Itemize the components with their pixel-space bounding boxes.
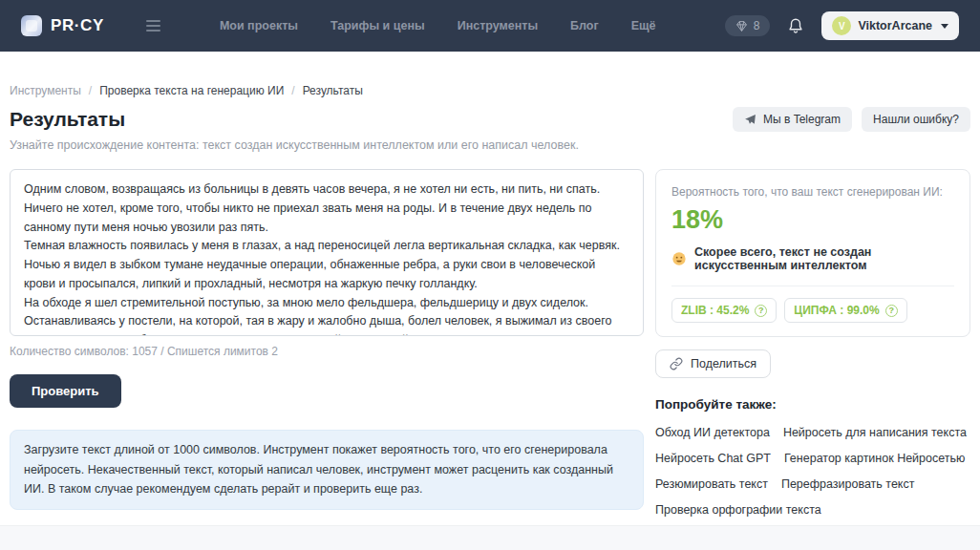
- link-summarize-text[interactable]: Резюмировать текст: [655, 477, 768, 491]
- verdict-row: Скорее всего, текст не создан искусствен…: [671, 245, 954, 272]
- link-chat-gpt[interactable]: Нейросеть Chat GPT: [655, 452, 771, 465]
- gems-count: 8: [754, 19, 760, 32]
- brand-logo-icon: [21, 15, 42, 36]
- chevron-down-icon: [941, 24, 948, 29]
- char-counter: Количество символов: 1057 / Спишется лим…: [10, 345, 644, 358]
- telegram-button[interactable]: Мы в Telegram: [733, 107, 852, 132]
- question-circle-icon[interactable]: ?: [885, 305, 898, 317]
- nav-item-pricing[interactable]: Тарифы и цены: [330, 19, 425, 32]
- share-button[interactable]: Поделиться: [655, 349, 771, 378]
- link-paraphrase-text[interactable]: Перефразировать текст: [781, 477, 915, 491]
- paper-plane-icon: [744, 114, 756, 126]
- breadcrumb-tools[interactable]: Инструменты: [10, 84, 81, 97]
- link-icon: [670, 357, 683, 370]
- top-nav: PR·CY Мои проекты Тарифы и цены Инструме…: [0, 0, 980, 52]
- verdict-text: Скорее всего, текст не создан искусствен…: [694, 245, 954, 272]
- left-column: Одним словом, возвращаясь из больницы в …: [10, 169, 644, 510]
- result-card: Вероятность того, что ваш текст сгенерир…: [655, 169, 970, 337]
- link-ai-detector-bypass[interactable]: Обход ИИ детектора: [655, 426, 770, 439]
- info-notice: Загрузите текст длиной от 1000 символов.…: [10, 430, 644, 510]
- try-also-heading: Попробуйте также:: [655, 397, 970, 412]
- smiley-icon: [671, 251, 687, 266]
- diamond-icon: [735, 20, 748, 32]
- title-actions: Мы в Telegram Нашли ошибку?: [733, 107, 970, 132]
- nav-item-blog[interactable]: Блог: [570, 19, 599, 32]
- nav-links: Мои проекты Тарифы и цены Инструменты Бл…: [220, 19, 656, 32]
- probability-value: 18%: [671, 205, 954, 235]
- link-ai-text-writer[interactable]: Нейросеть для написания текста: [783, 426, 967, 439]
- user-name: ViktorArcane: [858, 19, 932, 32]
- brand-name: PR·CY: [51, 16, 104, 35]
- breadcrumb-ai-check[interactable]: Проверка текста на генерацию ИИ: [99, 84, 284, 97]
- question-circle-icon[interactable]: ?: [755, 305, 767, 317]
- footer-strip: [0, 525, 980, 550]
- hamburger-menu-icon[interactable]: [146, 20, 160, 32]
- metrics-row: ZLIB : 45.2% ? ЦИПФА : 99.0% ?: [656, 286, 969, 336]
- breadcrumb-results: Результаты: [303, 84, 363, 97]
- nav-item-tools[interactable]: Инструменты: [458, 19, 538, 32]
- metric-cipfa[interactable]: ЦИПФА : 99.0% ?: [784, 298, 906, 323]
- gems-balance[interactable]: 8: [725, 15, 771, 36]
- check-button[interactable]: Проверить: [10, 374, 121, 408]
- main-content: Одним словом, возвращаясь из больницы в …: [10, 169, 970, 517]
- try-also-links: Обход ИИ детектора Нейросеть для написан…: [655, 426, 970, 517]
- report-error-button[interactable]: Нашли ошибку?: [862, 107, 970, 132]
- avatar: V: [832, 16, 851, 35]
- nav-right-group: 8 V ViktorArcane: [725, 11, 959, 40]
- user-menu[interactable]: V ViktorArcane: [821, 11, 959, 40]
- title-row: Результаты Мы в Telegram Нашли ошибку?: [10, 107, 970, 132]
- brand-logo[interactable]: PR·CY: [21, 15, 104, 36]
- nav-item-more[interactable]: Ещё: [631, 19, 656, 32]
- link-image-generator[interactable]: Генератор картинок Нейросетью: [784, 452, 965, 465]
- page-title: Результаты: [10, 108, 125, 131]
- metric-zlib[interactable]: ZLIB : 45.2% ?: [671, 298, 777, 323]
- right-column: Вероятность того, что ваш текст сгенерир…: [655, 169, 970, 517]
- notifications-bell-icon[interactable]: [787, 17, 804, 34]
- nav-item-projects[interactable]: Мои проекты: [220, 19, 298, 32]
- link-spelling-check[interactable]: Проверка орфографии текста: [655, 503, 821, 517]
- text-input[interactable]: Одним словом, возвращаясь из больницы в …: [10, 169, 644, 336]
- page-subtitle: Узнайте происхождение контента: текст со…: [10, 138, 970, 152]
- breadcrumb: Инструменты / Проверка текста на генерац…: [10, 84, 970, 97]
- probability-label: Вероятность того, что ваш текст сгенерир…: [671, 185, 954, 199]
